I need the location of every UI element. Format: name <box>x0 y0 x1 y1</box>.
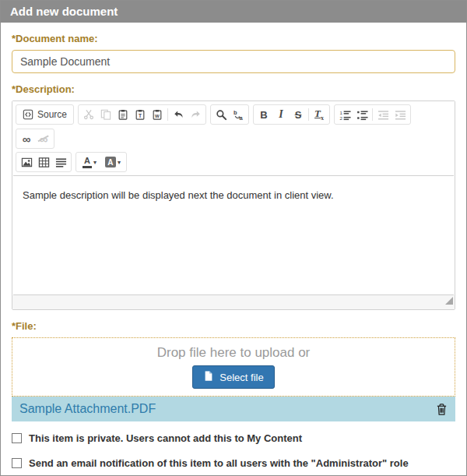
find-icon[interactable] <box>212 106 230 123</box>
svg-text:b: b <box>233 109 237 116</box>
document-name-label: *Document name: <box>12 33 455 44</box>
replace-icon[interactable]: ba <box>230 106 247 123</box>
attachment-row: Sample Attachment.PDF <box>12 397 455 421</box>
paste-plain-text-icon[interactable]: T <box>132 106 149 123</box>
file-icon <box>203 370 214 384</box>
text-color-icon: A <box>83 157 92 168</box>
dialog-body: *Document name: *Description: Source <box>1 23 466 476</box>
bold-icon[interactable]: B <box>255 106 272 123</box>
description-label: *Description: <box>12 83 455 95</box>
select-file-label: Select file <box>219 372 263 383</box>
toolbar-group-links: ∞ ∞ <box>16 129 54 149</box>
svg-text:2: 2 <box>339 115 342 121</box>
remove-format-icon[interactable]: Tx <box>311 106 328 123</box>
document-name-field: *Document name: <box>12 33 455 73</box>
dialog-title: Add new document <box>1 1 466 23</box>
description-field: *Description: <box>12 83 455 95</box>
private-item-checkbox[interactable] <box>12 433 22 443</box>
outdent-icon[interactable] <box>374 106 392 123</box>
file-drop-zone[interactable]: Drop file here to upload or Select file <box>12 337 455 397</box>
add-document-dialog: Add new document *Document name: *Descri… <box>0 0 467 476</box>
toolbar-group-clipboard: T W <box>78 104 206 125</box>
chevron-down-icon: ▾ <box>93 159 97 166</box>
text-color-button[interactable]: A ▾ <box>78 153 101 171</box>
rich-text-editor: Source T <box>12 100 455 310</box>
source-button[interactable]: Source <box>18 106 72 123</box>
toolbar-group-insert <box>16 152 72 172</box>
chevron-down-icon: ▾ <box>118 159 121 166</box>
toolbar-group-lists: 12 <box>334 104 411 125</box>
image-icon[interactable] <box>18 153 35 171</box>
toolbar-group-basicstyles: B I S Tx <box>253 104 330 125</box>
private-item-option[interactable]: This item is private. Users cannot add t… <box>12 432 455 444</box>
toolbar-group-source: Source <box>16 104 74 125</box>
select-file-button[interactable]: Select file <box>192 365 274 389</box>
attachment-filename: Sample Attachment.PDF <box>19 402 156 416</box>
document-name-input[interactable] <box>12 50 455 73</box>
toolbar-row-2: A ▾ A ▾ <box>16 152 451 172</box>
table-icon[interactable] <box>35 153 52 171</box>
svg-text:W: W <box>155 113 160 118</box>
email-notification-label: Send an email notification of this item … <box>29 457 409 469</box>
email-notification-option[interactable]: Send an email notification of this item … <box>12 457 455 469</box>
strikethrough-icon[interactable]: S <box>290 106 307 123</box>
private-item-label: This item is private. Users cannot add t… <box>29 432 302 444</box>
undo-icon[interactable] <box>170 106 187 123</box>
resize-handle[interactable] <box>445 294 453 308</box>
svg-text:T: T <box>139 113 142 118</box>
cut-icon[interactable] <box>80 106 97 123</box>
horizontal-line-icon[interactable] <box>52 153 69 171</box>
toolbar-separator <box>372 108 373 121</box>
source-button-label: Source <box>37 109 67 120</box>
drop-zone-text: Drop file here to upload or <box>12 345 455 361</box>
toolbar-group-colors: A ▾ A ▾ <box>75 152 127 172</box>
italic-icon[interactable]: I <box>272 106 290 123</box>
svg-text:1: 1 <box>339 109 342 115</box>
trash-icon[interactable] <box>436 403 448 416</box>
background-color-icon: A <box>105 157 116 167</box>
numbered-list-icon[interactable]: 12 <box>336 106 353 123</box>
link-icon[interactable]: ∞ <box>18 130 35 147</box>
editor-bottom-bar <box>12 295 455 309</box>
source-icon <box>23 109 33 120</box>
unlink-icon[interactable]: ∞ <box>35 130 52 147</box>
indent-icon[interactable] <box>392 106 409 123</box>
toolbar-separator <box>308 108 309 121</box>
editor-toolbar: Source T <box>12 101 455 172</box>
background-color-button[interactable]: A ▾ <box>101 153 125 171</box>
redo-icon[interactable] <box>187 106 204 123</box>
paste-icon[interactable] <box>114 106 132 123</box>
description-editor[interactable]: Sample description will be displayed nex… <box>13 175 454 295</box>
toolbar-separator <box>167 108 168 121</box>
copy-icon[interactable] <box>97 106 114 123</box>
file-field: *File: Drop file here to upload or Selec… <box>12 320 455 421</box>
toolbar-group-find: ba <box>210 104 249 125</box>
bulleted-list-icon[interactable] <box>353 106 370 123</box>
toolbar-row-1: Source T <box>16 104 451 149</box>
email-notification-checkbox[interactable] <box>12 458 22 468</box>
paste-from-word-icon[interactable]: W <box>149 106 166 123</box>
file-label: *File: <box>12 320 455 332</box>
